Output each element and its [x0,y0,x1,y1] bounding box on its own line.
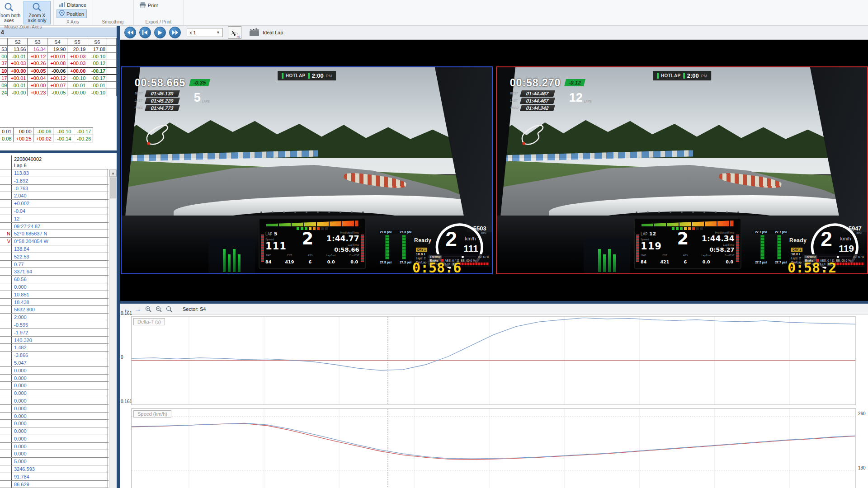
dash-metric-label: FuelEST [725,254,735,257]
channel-value-row[interactable]: N52°0.685637 N [0,230,108,238]
channel-value-row[interactable]: 0.000 [0,283,108,291]
channel-value-row[interactable]: 0.000 [0,405,108,413]
channel-value-row[interactable]: -1.892 [0,177,108,185]
channel-value-row[interactable]: 1.482 [0,344,108,352]
channel-value-row[interactable]: -1.972 [0,329,108,337]
lap-count: 12 [569,92,583,103]
channel-value-row[interactable]: 86.629 [0,481,108,488]
distance-label: Distance [67,2,86,8]
channel-value-row[interactable]: 09:27:24.87 [0,223,108,230]
channel-value-row[interactable]: 113.83 [0,169,108,177]
distance-button[interactable]: Distance [57,1,89,9]
chart-forward-button[interactable]: → [134,305,141,312]
channel-value-row[interactable]: 0.000 [0,375,108,382]
channel-value-row[interactable]: 522.53 [0,253,108,261]
lap-count: 5 [194,92,201,103]
channel-value-row[interactable]: 5.047 [0,359,108,367]
sector-summary-table[interactable]: 0.0100.00-00.06-00.10-00.170.08+00.25+00… [0,127,93,142]
scrollbar-thumb[interactable] [110,178,116,198]
channel-value-row[interactable]: -0.04 [0,207,108,215]
channel-value-row[interactable]: +0.002 [0,200,108,207]
channel-value-row[interactable]: 0.000 [0,427,108,435]
rpm-bar [266,221,359,226]
channel-value-row[interactable]: 138.84 [0,245,108,253]
channel-value-row[interactable]: 18.438 [0,299,108,306]
channel-value-row[interactable]: 0.000 [0,420,108,427]
scroll-up-icon[interactable]: ▲ [109,169,117,177]
video-panel[interactable]: 00:58.270 -0.12 BEST01:44.467 LAST01:44.… [496,66,868,274]
ribbon-toolb​ar: Zoom both axes Zoom X axis only Mouse Zo… [0,0,868,26]
playback-speed-select[interactable]: x 1▼ [187,28,223,37]
channel-value-row[interactable]: 0.000 [0,397,108,405]
ideal-lap-control[interactable]: Ideal Lap [249,28,283,38]
channel-value-row[interactable]: 0.77 [0,261,108,268]
channel-value-row[interactable]: 3246.593 [0,465,108,473]
tyre-pressure-widget: 27.7 psi27.7 psi 27.5 psi27.7 psi [754,230,788,273]
zoom-out-button[interactable] [156,306,162,312]
zoom-select-button[interactable] [166,306,172,312]
video-panel[interactable]: 00:58.665 -0.35 BEST01:45.130 LAST01:45.… [121,66,493,274]
channel-value-row[interactable]: 0.000 [0,382,108,389]
channel-value-row[interactable]: 2.040 [0,192,108,200]
channel-value-row[interactable]: 0.000 [0,389,108,397]
rpm-unit-label: RPM [849,232,862,235]
current-lap-time: 00:58.270 [510,77,561,89]
play-button[interactable] [154,27,166,38]
fast-forward-button[interactable] [169,27,181,38]
channel-value-row[interactable]: 60.56 [0,276,108,283]
zoom-x-axis-only-button[interactable]: Zoom X axis only [24,1,51,24]
group-smoothing: Smoothing [92,0,134,25]
car-position-dot [147,142,150,145]
channel-value-row[interactable]: 0.000 [0,367,108,375]
speed-chart[interactable]: Speed (km/h) [131,409,856,488]
dash-metric-value: 84 [265,259,271,264]
sector-delta-table[interactable]: S2S3S4S5S65313.5616.3419.9020.1917.8800-… [0,38,117,96]
channel-value-row[interactable]: 91.784 [0,473,108,481]
zoom-in-button[interactable] [145,306,151,312]
channel-value-row[interactable]: 2.000 [0,314,108,321]
channel-value-row[interactable]: 0.000 [0,413,108,420]
dash-led-row [636,211,739,213]
channel-value-row[interactable]: -3.866 [0,352,108,359]
dashboard-display: LAP5 Speed 111 2 PredictedTime 1:44.77 L… [259,218,366,269]
delta-badge: -0.12 [564,79,585,86]
hud-gauge-toggle-button[interactable]: HD [228,26,241,39]
channel-value-row[interactable]: 5632.800 [0,306,108,314]
position-button[interactable]: Position [57,9,87,18]
channel-value-row[interactable]: -0.595 [0,321,108,329]
secondary-display [208,238,255,273]
tyre-set-tag: DRY 1 [791,248,802,252]
dashboard-display: LAP12 Speed 119 2 PredictedTime 1:44.34 … [634,218,741,269]
chart-panel: ← → Sector: S4 0.161 0 0.161 260 130 Del… [120,304,868,488]
horizontal-splitter-left[interactable] [0,150,117,153]
channel-value-row[interactable]: 0.000 [0,435,108,443]
channel-values-list[interactable]: 113.83-1.892-0.7632.040+0.002-0.041209:2… [0,169,117,488]
values-scrollbar[interactable]: ▲ [109,169,117,488]
print-button[interactable]: Print [137,1,161,10]
dash-lap-value: 5 [274,231,278,237]
pressure-front-right: 27.7 psi [775,230,787,234]
zoom-both-axes-button[interactable]: Zoom both axes [0,1,23,24]
session-clock: 2:00 [312,72,324,79]
channel-value-row[interactable]: 5.000 [0,458,108,465]
channel-value-row[interactable]: 0.000 [0,450,108,458]
delta-t-chart[interactable]: Delta-T (s) [131,316,856,405]
channel-value-row[interactable]: 10.851 [0,291,108,299]
skip-start-button[interactable] [139,27,151,38]
skip-start-icon [142,30,148,35]
rewind-button[interactable] [124,27,136,38]
channel-value-row[interactable]: 0.000 [0,443,108,450]
zoom-x-axis-only-label: Zoom X axis only [24,13,50,23]
group-label-mouse-zoom-axes: Mouse Zoom Axes [0,24,51,30]
channel-value-row[interactable]: V0°58.304854 W [0,238,108,245]
pressure-bar [402,235,406,259]
channel-value-row[interactable]: -0.763 [0,185,108,192]
vertical-splitter[interactable] [117,26,120,488]
throttle-slider [819,257,851,257]
channel-value-row[interactable]: 140.320 [0,337,108,344]
pred-label: PRED [135,106,146,109]
channel-value-row[interactable]: 12 [0,215,108,223]
horizontal-splitter-charts[interactable] [120,301,868,304]
channel-value-row[interactable]: 3371.64 [0,268,108,276]
dash-metric-value: 0.0 [327,259,335,264]
